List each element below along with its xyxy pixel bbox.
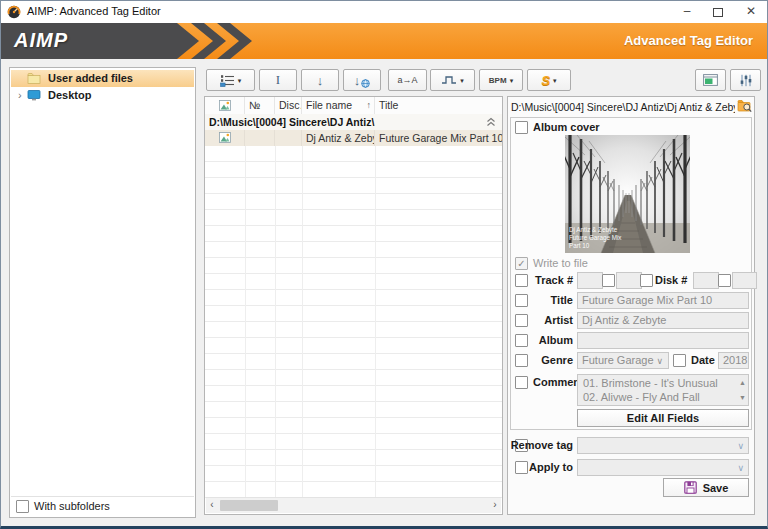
column-divider <box>375 146 376 499</box>
comment-textarea[interactable]: 01. Brimstone - It's Unusual 02. Alivwe … <box>577 374 749 406</box>
column-divider <box>245 146 246 499</box>
numbered-list-icon <box>220 74 235 87</box>
column-header-filename[interactable]: File name ↑ <box>302 97 375 114</box>
track-total-checkbox[interactable] <box>602 274 615 287</box>
save-floppy-icon <box>684 481 697 494</box>
disk-total-checkbox[interactable] <box>718 274 731 287</box>
script-s-icon: S <box>541 73 550 88</box>
date-input[interactable]: 2018 <box>718 352 749 369</box>
chevron-down-icon: ∨ <box>737 439 744 453</box>
disk-total-input[interactable] <box>732 272 757 289</box>
scrollbar-thumb[interactable] <box>220 500 278 511</box>
date-label: Date <box>691 353 715 368</box>
maximize-button[interactable] <box>703 1 733 23</box>
dropdown-arrow-icon: ▾ <box>553 77 557 84</box>
file-path-text: D:\Music\[0004] Sincere\DJ Antiz\Dj Anti… <box>511 100 735 115</box>
tree-expander-icon[interactable]: › <box>18 87 22 104</box>
title-input[interactable]: Future Garage Mix Part 10 <box>577 292 749 309</box>
write-to-file-label: Write to file <box>533 256 588 271</box>
column-header-disc[interactable]: Disc… <box>275 97 302 114</box>
disk-field-checkbox[interactable] <box>640 274 653 287</box>
with-subfolders-label: With subfolders <box>34 500 110 512</box>
scroll-left-icon[interactable]: ‹ <box>206 498 218 513</box>
toggle-panel-view-button[interactable] <box>695 69 726 91</box>
cover-text-line: Dj Antiz & Zebyte <box>569 226 618 234</box>
column-header-title[interactable]: Title <box>375 97 502 114</box>
column-header-cover[interactable] <box>205 97 245 114</box>
arrow-down-icon: ↓ <box>354 74 361 87</box>
with-subfolders-row: With subfolders <box>11 496 194 516</box>
track-total-input[interactable] <box>616 272 642 289</box>
title-label: Title <box>501 293 573 308</box>
options-sliders-button[interactable] <box>730 69 761 91</box>
sidebar-item-label: User added files <box>48 70 133 87</box>
remove-tag-select[interactable]: ∨ <box>577 437 749 454</box>
artist-label: Artist <box>501 313 573 328</box>
track-label: Track # <box>501 273 573 288</box>
scroll-up-icon[interactable]: ▲ <box>739 379 746 386</box>
album-cover-label: Album cover <box>533 120 600 135</box>
sidebar-item-user-added-files[interactable]: User added files <box>11 70 194 87</box>
sidebar-item-label: Desktop <box>48 87 91 104</box>
sidebar-item-desktop[interactable]: › Desktop <box>11 87 194 104</box>
desktop-icon <box>27 90 41 101</box>
browse-file-icon[interactable] <box>737 99 752 113</box>
edit-text-button[interactable]: I <box>259 69 297 91</box>
table-empty-rows <box>205 146 502 499</box>
track-number-input[interactable] <box>577 272 603 289</box>
horizontal-scrollbar[interactable]: ‹ › <box>206 497 501 513</box>
case-conversion-icon: a→A <box>397 75 417 85</box>
album-label: Album <box>501 333 573 348</box>
title-bar: AIMP: Advanced Tag Editor – ✕ <box>1 1 767 23</box>
comment-line: 01. Brimstone - It's Unusual <box>583 376 734 390</box>
layout-panel-icon <box>703 74 718 86</box>
close-button[interactable]: ✕ <box>736 1 766 23</box>
album-cover-checkbox[interactable] <box>515 121 528 134</box>
aimp-logo-icon <box>7 5 21 19</box>
change-case-button[interactable]: a→A <box>388 69 427 91</box>
apply-to-select[interactable]: ∨ <box>577 459 749 476</box>
with-subfolders-checkbox[interactable] <box>16 500 29 513</box>
column-header-number[interactable]: № <box>245 97 275 114</box>
edit-all-fields-button[interactable]: Edit All Fields <box>577 409 749 427</box>
scroll-down-icon[interactable]: ▼ <box>739 394 746 401</box>
minimize-button[interactable]: – <box>672 1 702 23</box>
window-title: AIMP: Advanced Tag Editor <box>27 5 161 17</box>
collapse-group-icon[interactable] <box>486 117 496 127</box>
scripts-button[interactable]: S ▾ <box>527 69 571 91</box>
scroll-right-icon[interactable]: › <box>489 498 501 513</box>
disk-number-input[interactable] <box>693 272 719 289</box>
folder-icon <box>27 73 41 84</box>
write-to-file-checkbox[interactable]: ✓ <box>515 257 528 270</box>
comment-field-checkbox[interactable] <box>515 376 528 389</box>
chevron-down-icon: ∨ <box>737 461 744 475</box>
genre-label: Genre <box>501 353 573 368</box>
group-header-row[interactable]: D:\Music\[0004] Sincere\DJ Antiz\ <box>205 114 502 131</box>
brand-logo-text: AIMP <box>14 23 68 59</box>
auto-numbering-button[interactable]: ▾ <box>206 69 255 91</box>
ibeam-icon: I <box>276 72 280 88</box>
genre-value: Future Garage <box>582 354 654 366</box>
picture-icon <box>219 100 231 111</box>
bpm-button[interactable]: BPM ▾ <box>479 69 523 91</box>
album-input[interactable] <box>577 332 749 349</box>
album-cover-image[interactable]: Dj Antiz & Zebyte Future Garage Mix Part… <box>565 135 690 253</box>
artist-input[interactable]: Dj Antiz & Zebyte <box>577 312 749 329</box>
genre-select[interactable]: Future Garage ∨ <box>577 352 669 369</box>
dropdown-arrow-icon: ▾ <box>510 77 514 84</box>
table-row[interactable]: Dj Antiz & Zebyt… Future Garage Mix Part… <box>205 130 502 147</box>
row-disc-cell <box>275 130 302 146</box>
column-divider <box>302 146 303 499</box>
globe-icon <box>361 79 370 88</box>
fill-from-internet-button[interactable]: ↓ <box>343 69 381 91</box>
dropdown-arrow-icon: ▾ <box>238 77 242 84</box>
file-list-table: № Disc… File name ↑ Title D:\Music\[0004… <box>204 96 503 515</box>
date-field-checkbox[interactable] <box>673 354 686 367</box>
row-title-cell: Future Garage Mix Part 10 <box>375 130 502 146</box>
cover-text-line: Part 10 <box>569 242 590 249</box>
fill-down-button[interactable]: ↓ <box>301 69 339 91</box>
row-cover-cell <box>205 130 245 146</box>
column-header-label: File name <box>306 99 352 111</box>
save-button[interactable]: Save <box>663 478 749 497</box>
normalize-tags-button[interactable]: ▾ <box>430 69 475 91</box>
